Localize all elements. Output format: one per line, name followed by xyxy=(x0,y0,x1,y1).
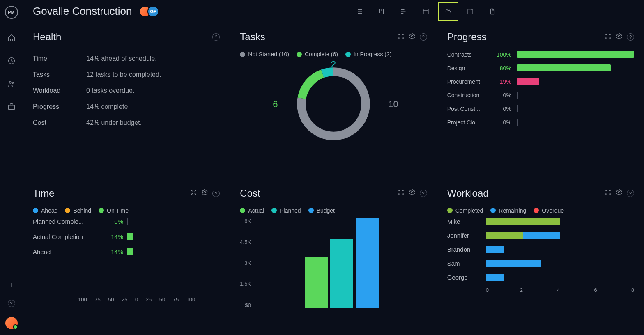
panel-workload: Workload ? Completed Remaining Overdue M… xyxy=(437,179,644,335)
health-value: 42% under budget. xyxy=(86,119,142,126)
time-bar xyxy=(127,233,139,240)
expand-icon[interactable] xyxy=(605,33,612,41)
progress-bar-zero xyxy=(517,105,518,112)
workload-row: Jennifer xyxy=(447,232,634,239)
legend-label: Actual xyxy=(248,207,264,214)
donut-label-notstarted: 10 xyxy=(388,99,398,110)
health-key: Tasks xyxy=(33,71,86,78)
panel-time: Time ? Ahead Behind On Time Planned Comp… xyxy=(23,179,230,335)
health-row: Tasks 12 tasks to be completed. xyxy=(33,67,220,83)
legend-item: Behind xyxy=(65,207,91,214)
health-key: Workload xyxy=(33,87,86,94)
progress-row: Construction 0% xyxy=(447,92,634,99)
legend-dot-icon xyxy=(534,208,539,213)
expand-icon[interactable] xyxy=(398,33,405,41)
help-icon[interactable]: ? xyxy=(627,190,634,197)
time-label: Planned Comple... xyxy=(33,218,99,225)
legend-dot-icon xyxy=(65,208,70,213)
help-icon[interactable]: ? xyxy=(627,33,634,41)
nav-recent-icon[interactable] xyxy=(7,57,16,67)
expand-icon[interactable] xyxy=(398,189,405,197)
legend-label: Not Started (10) xyxy=(248,51,289,57)
help-icon[interactable]: ? xyxy=(212,33,220,41)
user-avatar[interactable] xyxy=(5,317,18,329)
progress-percent: 0% xyxy=(494,92,511,99)
app-logo[interactable]: PM xyxy=(5,6,18,19)
progress-row: Procurement 19% xyxy=(447,78,634,85)
progress-bar xyxy=(517,119,634,126)
panel-progress: Progress ? Contracts 100% Design 80% Pro… xyxy=(437,23,644,179)
health-row: Workload 0 tasks overdue. xyxy=(33,83,220,99)
nav-team-icon[interactable] xyxy=(7,80,16,89)
legend-item: Overdue xyxy=(534,207,564,214)
panel-title: Time xyxy=(33,188,54,199)
help-icon[interactable]: ? xyxy=(212,190,220,197)
tasks-legend: Not Started (10) Complete (6) In Progres… xyxy=(240,51,427,57)
legend-label: In Progress (2) xyxy=(354,51,392,57)
topbar: Govalle Construction GP xyxy=(23,0,644,23)
panel-title: Cost xyxy=(240,188,260,199)
legend-item: On Time xyxy=(99,207,129,214)
health-key: Progress xyxy=(33,103,86,110)
tasks-donut-chart xyxy=(288,60,379,146)
legend-dot-icon xyxy=(271,208,277,213)
workload-remaining xyxy=(486,246,504,253)
cost-bar-planned xyxy=(330,239,353,308)
view-calendar-icon[interactable] xyxy=(460,2,481,21)
legend-dot-icon xyxy=(99,208,104,213)
donut-label-complete: 6 xyxy=(273,99,278,110)
add-button-icon[interactable] xyxy=(8,282,15,290)
progress-percent: 80% xyxy=(494,65,511,71)
axis-tick: 25 xyxy=(146,296,152,303)
view-tabs xyxy=(349,2,503,21)
time-axis: 1007550250255075100 xyxy=(33,296,220,303)
help-icon[interactable]: ? xyxy=(8,300,15,307)
settings-icon[interactable] xyxy=(616,33,623,41)
time-legend: Ahead Behind On Time xyxy=(33,207,220,214)
nav-home-icon[interactable] xyxy=(7,34,16,44)
panel-title: Progress xyxy=(447,31,487,43)
member-avatar[interactable]: GP xyxy=(147,6,159,17)
progress-label: Construction xyxy=(447,92,488,99)
nav-portfolio-icon[interactable] xyxy=(7,103,16,112)
legend-item: Ahead xyxy=(33,207,58,214)
workload-bar xyxy=(486,274,634,281)
view-files-icon[interactable] xyxy=(482,2,503,21)
progress-row: Project Clo... 0% xyxy=(447,119,634,126)
legend-item: Complete (6) xyxy=(297,51,338,57)
help-icon[interactable]: ? xyxy=(420,33,427,41)
help-icon[interactable]: ? xyxy=(420,190,427,197)
workload-name: Jennifer xyxy=(447,232,480,239)
settings-icon[interactable] xyxy=(409,33,416,41)
progress-label: Project Clo... xyxy=(447,119,488,126)
view-board-icon[interactable] xyxy=(371,2,392,21)
health-key: Time xyxy=(33,55,86,62)
view-list-icon[interactable] xyxy=(349,2,370,21)
health-row: Progress 14% complete. xyxy=(33,99,220,115)
settings-icon[interactable] xyxy=(201,189,208,197)
axis-tick: 1.5K xyxy=(240,281,251,287)
view-sheet-icon[interactable] xyxy=(416,2,436,21)
axis-tick: 100 xyxy=(186,296,196,303)
cost-legend: Actual Planned Budget xyxy=(240,207,427,214)
view-gantt-icon[interactable] xyxy=(393,2,414,21)
progress-percent: 100% xyxy=(494,51,511,58)
expand-icon[interactable] xyxy=(605,189,612,197)
legend-dot-icon xyxy=(490,208,496,213)
progress-bar xyxy=(517,78,634,85)
legend-item: Not Started (10) xyxy=(240,51,289,57)
settings-icon[interactable] xyxy=(409,189,416,197)
project-members[interactable]: GP xyxy=(139,6,159,17)
axis-tick: 50 xyxy=(108,296,114,303)
axis-tick: 25 xyxy=(122,296,127,303)
health-row: Cost 42% under budget. xyxy=(33,115,220,131)
cost-bar-actual xyxy=(305,257,328,308)
progress-label: Contracts xyxy=(447,51,488,58)
workload-bar xyxy=(486,232,634,239)
expand-icon[interactable] xyxy=(190,189,197,197)
axis-tick: 6 xyxy=(560,287,597,293)
view-dashboard-icon[interactable] xyxy=(438,2,458,21)
settings-icon[interactable] xyxy=(616,189,623,197)
axis-tick: 75 xyxy=(173,296,179,303)
legend-item: Actual xyxy=(240,207,264,214)
